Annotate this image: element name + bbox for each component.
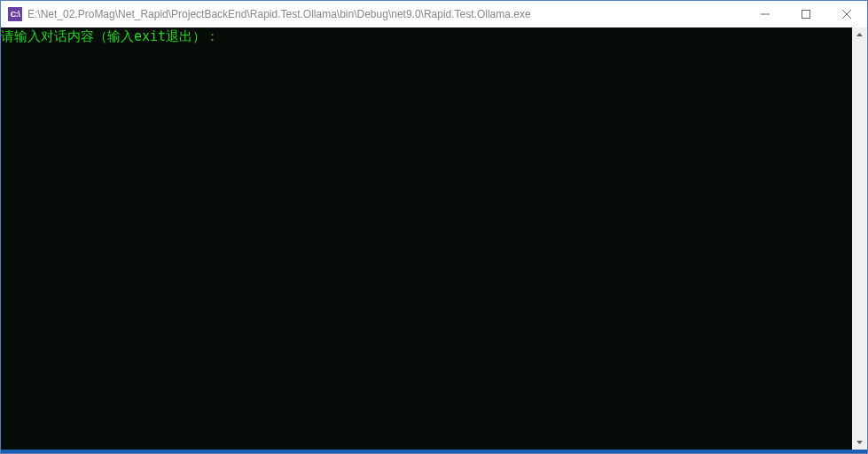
vertical-scrollbar[interactable] [852, 27, 867, 450]
minimize-button[interactable] [745, 1, 786, 27]
chevron-down-icon [856, 439, 863, 445]
svg-rect-1 [802, 11, 810, 19]
window-title: E:\Net_02.ProMag\Net_Rapid\ProjectBackEn… [27, 8, 745, 20]
minimize-icon [761, 10, 770, 19]
maximize-icon [802, 10, 810, 19]
scrollbar-down-button[interactable] [852, 434, 867, 450]
window-controls [745, 1, 867, 27]
content-area: 请输入对话内容（输入exit退出）： [1, 27, 867, 450]
taskbar-strip [1, 450, 867, 453]
console-output[interactable]: 请输入对话内容（输入exit退出）： [1, 27, 852, 450]
app-icon: C:\ [8, 7, 22, 21]
maximize-button[interactable] [786, 1, 826, 27]
console-window: C:\ E:\Net_02.ProMag\Net_Rapid\ProjectBa… [0, 0, 868, 454]
chevron-up-icon [856, 32, 863, 38]
scrollbar-up-button[interactable] [852, 27, 867, 43]
scrollbar-track[interactable] [852, 43, 867, 434]
console-prompt-line: 请输入对话内容（输入exit退出）： [1, 29, 852, 44]
titlebar[interactable]: C:\ E:\Net_02.ProMag\Net_Rapid\ProjectBa… [1, 1, 867, 27]
close-button[interactable] [826, 1, 867, 27]
close-icon [842, 10, 851, 19]
